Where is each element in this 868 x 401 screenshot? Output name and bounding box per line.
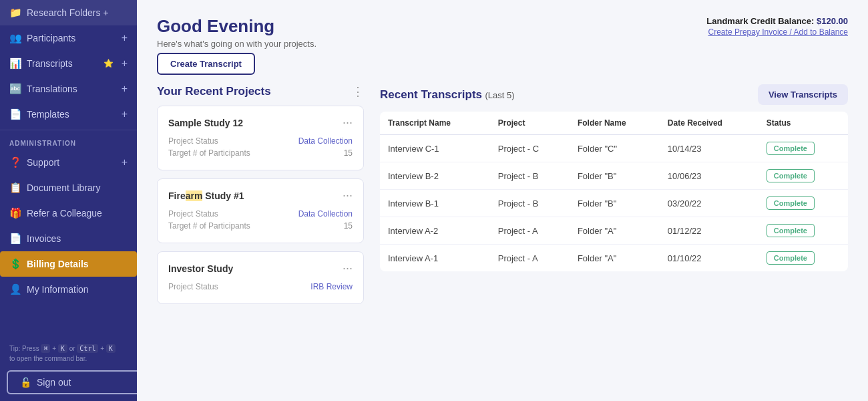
content-area: Your Recent Projects ⋮ Sample Study 12 ·… [157,84,848,312]
cell-status: Complete [758,217,848,245]
sidebar-item-label: Support [27,157,116,168]
project-card-3: Investor Study ··· Project Status IRB Re… [157,251,364,304]
col-project: Project [490,112,570,135]
my-info-icon: 👤 [9,283,21,295]
cell-project: Project - A [490,245,570,272]
support-icon: ❓ [9,156,21,168]
cell-status: Complete [758,190,848,217]
status-label-3: Project Status [168,282,218,291]
cell-folder: Folder "C" [570,135,660,162]
billing-icon: 💲 [9,258,21,270]
project-title-1: Sample Study 12 [168,118,243,128]
sidebar-item-label: Participants [27,33,116,43]
cell-transcript-name: Interview B-1 [380,190,490,217]
translations-icon: 🔤 [9,83,21,95]
sidebar-item-research-folders[interactable]: 📁 Research Folders + [0,0,137,25]
invoices-icon: 📄 [9,233,21,245]
greeting-title: Good Evening [157,16,316,37]
sidebar-item-label: Templates [27,109,116,120]
cell-project: Project - B [490,190,570,217]
cell-transcript-name: Interview C-1 [380,135,490,162]
transcripts-table: Transcript Name Project Folder Name Date… [380,112,848,271]
greeting-subtitle: Here's what's going on with your project… [157,39,316,49]
sidebar-item-refer-colleague[interactable]: 🎁 Refer a Colleague [0,200,137,226]
credit-info: Landmark Credit Balance: $120.00 Create … [706,16,848,37]
table-row: Interview C-1 Project - C Folder "C" 10/… [380,135,848,162]
table-row: Interview A-1 Project - A Folder "A" 01/… [380,245,848,272]
refer-icon: 🎁 [9,207,21,219]
cell-date: 10/06/23 [660,162,758,190]
cell-transcript-name: Interview B-2 [380,162,490,190]
cell-transcript-name: Interview A-2 [380,217,490,245]
templates-icon: 📄 [9,108,21,120]
cell-date: 03/20/22 [660,190,758,217]
col-transcript-name: Transcript Name [380,112,490,135]
plus-icon: + [122,57,128,70]
plus-icon: + [122,32,128,44]
cell-transcript-name: Interview A-1 [380,245,490,272]
target-label-2: Target # of Participants [168,221,250,231]
card-menu-dots-2[interactable]: ··· [343,188,353,203]
target-label-1: Target # of Participants [168,148,250,158]
admin-section-label: ADMINISTRATION [0,133,137,150]
sidebar-item-templates[interactable]: 📄 Templates + [0,102,137,127]
project-status-row-2: Project Status Data Collection [168,209,353,219]
cell-folder: Folder "B" [570,162,660,190]
sidebar-item-my-information[interactable]: 👤 My Information [0,277,137,302]
sidebar-item-invoices[interactable]: 📄 Invoices [0,226,137,251]
cell-status: Complete [758,162,848,190]
page-header: Good Evening Here's what's going on with… [157,16,848,75]
sidebar-item-label: My Information [27,284,128,295]
status-badge: Complete [767,251,815,265]
cell-project: Project - B [490,162,570,190]
status-badge: Complete [767,196,815,210]
sign-out-button[interactable]: 🔓 Sign out [7,370,137,394]
sidebar-item-billing-details[interactable]: 💲 Billing Details [0,251,137,277]
projects-menu-dots[interactable]: ⋮ [352,84,364,99]
card-menu-dots-1[interactable]: ··· [343,116,353,130]
transcripts-section: Recent Transcripts (Last 5) View Transcr… [380,84,848,312]
table-row: Interview A-2 Project - A Folder "A" 01/… [380,217,848,245]
sidebar-item-participants[interactable]: 👥 Participants + [0,25,137,51]
sign-out-label: Sign out [37,377,71,388]
sidebar-item-transcripts[interactable]: 📊 Transcripts ⭐ + [0,51,137,76]
create-transcript-button[interactable]: Create Transcript [157,53,255,75]
project-card-header-3: Investor Study ··· [168,261,353,275]
status-label-1: Project Status [168,136,218,146]
greeting-area: Good Evening Here's what's going on with… [157,16,316,75]
transcripts-title-group: Recent Transcripts (Last 5) [380,88,515,102]
sidebar-item-label: Document Library [27,182,128,193]
cell-folder: Folder "B" [570,190,660,217]
cell-folder: Folder "A" [570,245,660,272]
create-prepay-link[interactable]: Create Prepay Invoice / Add to Balance [706,27,848,37]
cell-date: 01/10/22 [660,245,758,272]
tip-text: Tip: Press ⌘ + K or Ctrl + Kto open the … [0,340,137,368]
sidebar-item-translations[interactable]: 🔤 Translations + [0,76,137,102]
project-title-2: Firearm Study #1 [168,190,244,201]
table-row: Interview B-1 Project - B Folder "B" 03/… [380,190,848,217]
sidebar-item-label: Transcripts [27,58,98,69]
sidebar-item-label: Invoices [27,233,128,244]
sidebar-item-label: Billing Details [27,259,128,269]
transcripts-section-header: Recent Transcripts (Last 5) View Transcr… [380,84,848,105]
status-badge: Complete [767,142,815,155]
table-body: Interview C-1 Project - C Folder "C" 10/… [380,135,848,272]
project-target-row-1: Target # of Participants 15 [168,148,353,158]
plus-icon: + [122,156,128,168]
project-status-row-1: Project Status Data Collection [168,136,353,146]
cell-project: Project - C [490,135,570,162]
sidebar-item-document-library[interactable]: 📋 Document Library [0,175,137,200]
status-value-3: IRB Review [310,282,353,291]
card-menu-dots-3[interactable]: ··· [343,261,353,275]
target-value-2: 15 [344,221,353,231]
transcripts-icon: 📊 [9,57,21,70]
projects-section: Your Recent Projects ⋮ Sample Study 12 ·… [157,84,364,312]
project-target-row-2: Target # of Participants 15 [168,221,353,231]
credit-amount: $120.00 [817,16,848,26]
plus-icon: + [122,108,128,120]
plus-icon: + [122,83,128,95]
project-card-header-2: Firearm Study #1 ··· [168,188,353,203]
sidebar-item-support[interactable]: ❓ Support + [0,150,137,175]
projects-section-header: Your Recent Projects ⋮ [157,84,364,99]
view-transcripts-button[interactable]: View Transcripts [758,84,848,105]
